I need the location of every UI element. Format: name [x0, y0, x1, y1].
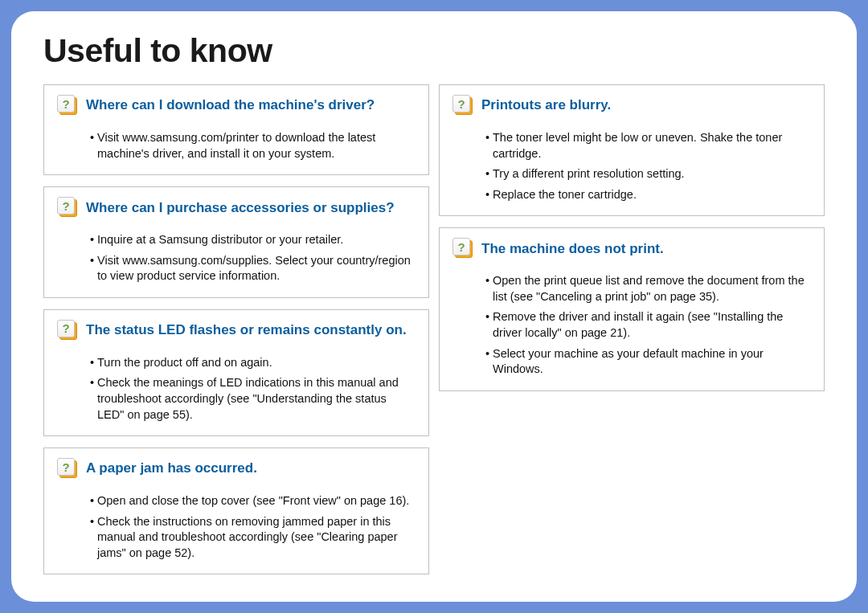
manual-page: Useful to know ? Where can I download th… [11, 11, 857, 602]
question-icon: ? [57, 95, 78, 116]
faq-answers: Inquire at a Samsung distributor or your… [57, 232, 416, 284]
question-icon: ? [452, 238, 473, 259]
faq-question: Where can I purchase accessories or supp… [86, 199, 395, 216]
list-item: Select your machine as your default mach… [488, 346, 811, 378]
list-item: The toner level might be low or uneven. … [488, 130, 811, 161]
list-item: Turn the product off and on again. [92, 355, 416, 371]
content-columns: ? Where can I download the machine's dri… [43, 84, 825, 574]
faq-question: The machine does not print. [481, 240, 664, 257]
list-item: Visit www.samsung.com/supplies. Select y… [92, 253, 416, 284]
list-item: Replace the toner cartridge. [488, 187, 811, 203]
faq-answers: Open and close the top cover (see "Front… [57, 493, 416, 561]
list-item: Open and close the top cover (see "Front… [92, 493, 416, 509]
list-item: Inquire at a Samsung distributor or your… [92, 232, 416, 248]
faq-question: Where can I download the machine's drive… [86, 96, 375, 113]
question-icon: ? [452, 95, 473, 116]
left-column: ? Where can I download the machine's dri… [43, 84, 429, 574]
faq-head: ? A paper jam has occurred. [57, 458, 416, 479]
faq-answers: Turn the product off and on again. Check… [57, 355, 416, 423]
right-column: ? Printouts are blurry. The toner level … [439, 84, 825, 574]
faq-answers: Visit www.samsung.com/printer to downloa… [57, 130, 416, 161]
faq-head: ? Where can I purchase accessories or su… [57, 197, 416, 218]
question-icon: ? [57, 197, 78, 218]
faq-box: ? The status LED flashes or remains cons… [43, 309, 429, 436]
faq-box: ? Where can I download the machine's dri… [43, 84, 429, 175]
question-icon: ? [57, 320, 78, 341]
list-item: Try a different print resolution setting… [488, 166, 811, 182]
faq-head: ? Where can I download the machine's dri… [57, 95, 416, 116]
faq-answers: Open the print queue list and remove the… [452, 273, 811, 377]
question-icon: ? [57, 458, 78, 479]
faq-question: A paper jam has occurred. [86, 460, 257, 476]
list-item: Remove the driver and install it again (… [488, 309, 811, 341]
faq-head: ? The status LED flashes or remains cons… [57, 320, 416, 341]
faq-head: ? Printouts are blurry. [452, 95, 811, 116]
faq-question: Printouts are blurry. [481, 96, 611, 113]
faq-answers: The toner level might be low or uneven. … [452, 130, 811, 202]
faq-question: The status LED flashes or remains consta… [86, 321, 407, 338]
list-item: Check the meanings of LED indications in… [92, 375, 416, 423]
faq-box: ? A paper jam has occurred. Open and clo… [43, 447, 429, 574]
list-item: Check the instructions on removing jamme… [92, 514, 416, 562]
page-title: Useful to know [43, 32, 825, 70]
faq-head: ? The machine does not print. [452, 238, 811, 259]
faq-box: ? Where can I purchase accessories or su… [43, 186, 429, 298]
list-item: Open the print queue list and remove the… [488, 273, 811, 304]
list-item: Visit www.samsung.com/printer to downloa… [92, 130, 416, 161]
faq-box: ? The machine does not print. Open the p… [439, 227, 825, 390]
faq-box: ? Printouts are blurry. The toner level … [439, 84, 825, 216]
